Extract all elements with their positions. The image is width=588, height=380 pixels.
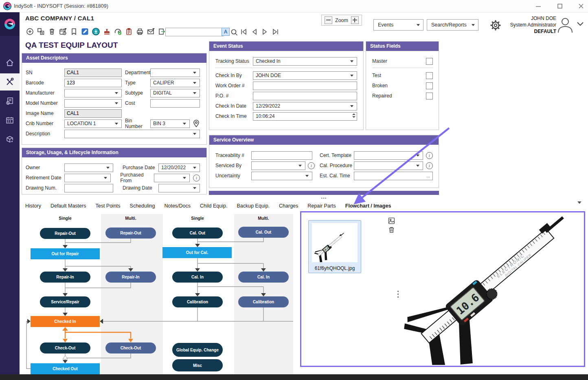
info-icon[interactable]: [193, 175, 200, 181]
tab-notes-docs[interactable]: Notes/Docs: [164, 203, 191, 212]
splitter-handle[interactable]: [397, 291, 399, 298]
event-schedule-icon[interactable]: [59, 28, 67, 35]
duplicate-record-icon[interactable]: [37, 28, 45, 35]
flow-node-cal-out-multi[interactable]: Cal. Out: [238, 227, 289, 238]
delete-record-icon[interactable]: [48, 28, 56, 35]
previous-record-icon[interactable]: [251, 29, 257, 35]
purchased-from-dropdown[interactable]: [154, 174, 190, 182]
flow-node-calibration-single[interactable]: Calibration: [172, 296, 223, 307]
manufacturer-dropdown[interactable]: [64, 89, 122, 97]
close-button[interactable]: [574, 0, 588, 12]
flow-node-check-out-multi[interactable]: Check-Out: [105, 342, 156, 353]
subtype-dropdown[interactable]: DIGITAL: [150, 89, 200, 97]
print-icon[interactable]: [136, 28, 144, 35]
location-pin-icon[interactable]: [193, 119, 200, 128]
broken-checkbox[interactable]: [426, 82, 433, 89]
sidebar-item-billing[interactable]: [0, 93, 20, 109]
tab-charges[interactable]: Charges: [279, 203, 298, 212]
more-sections-indicator[interactable]: ...: [209, 194, 439, 200]
sidebar-item-equipment-tools[interactable]: [0, 73, 20, 91]
flow-node-repair-in-multi[interactable]: Repair-In: [105, 272, 156, 283]
maximize-button[interactable]: [553, 0, 567, 12]
flow-node-out-for-repair[interactable]: Out for Repair: [31, 248, 100, 259]
gauge-status-icon[interactable]: [114, 28, 122, 35]
bin-number-dropdown[interactable]: BIN 3: [150, 119, 190, 128]
barcode-field[interactable]: [64, 79, 122, 87]
email-icon[interactable]: [147, 28, 155, 35]
cost-field[interactable]: [150, 99, 200, 108]
edit-note-icon[interactable]: [81, 28, 89, 35]
search-input[interactable]: [165, 28, 224, 36]
flow-node-out-for-cal[interactable]: Out for Cal.: [162, 247, 232, 258]
flow-node-check-out-single[interactable]: Check-Out: [40, 342, 90, 353]
first-record-icon[interactable]: [240, 29, 247, 35]
tabs-overflow-chevron-icon[interactable]: [577, 201, 581, 204]
model-number-dropdown[interactable]: [64, 99, 122, 108]
uncertainty-dropdown[interactable]: [251, 172, 312, 180]
flow-node-cal-in-single[interactable]: Cal. In: [172, 272, 223, 283]
next-record-icon[interactable]: [262, 29, 268, 35]
type-dropdown[interactable]: CALIPER: [150, 79, 200, 87]
sidebar-item-home[interactable]: [0, 55, 20, 71]
po-number-field[interactable]: [253, 92, 357, 100]
flow-node-calibration-multi[interactable]: Calibration: [238, 296, 289, 307]
last-record-icon[interactable]: [272, 29, 279, 35]
user-menu-chevron-icon[interactable]: [577, 22, 584, 27]
work-order-field[interactable]: [253, 82, 357, 90]
check-in-by-dropdown[interactable]: JOHN DOE: [253, 71, 357, 80]
settings-gear-icon[interactable]: [488, 18, 503, 33]
est-cal-time-field[interactable]: ...: [354, 172, 433, 180]
clipboard-icon[interactable]: [125, 28, 133, 35]
crib-number-dropdown[interactable]: LOCATION 1: [64, 119, 122, 128]
search-reports-dropdown[interactable]: Search/Reports: [427, 19, 478, 31]
search-icon[interactable]: [230, 29, 238, 36]
zoom-out-button[interactable]: [325, 16, 332, 24]
zoom-in-button[interactable]: [351, 16, 359, 24]
cal-procedure-dropdown[interactable]: [354, 161, 423, 170]
department-dropdown[interactable]: [150, 68, 200, 77]
flow-node-checked-out[interactable]: Checked Out: [31, 363, 100, 374]
tracking-status-dropdown[interactable]: Checked In: [253, 57, 357, 66]
check-in-icon[interactable]: [92, 28, 100, 35]
flow-node-repair-out-multi[interactable]: Repair-Out: [105, 228, 156, 239]
traceability-field[interactable]: [251, 151, 312, 160]
tab-backup-equip[interactable]: Backup Equip.: [237, 203, 270, 212]
export-record-icon[interactable]: [158, 28, 166, 35]
sidebar-item-inventory[interactable]: [0, 131, 20, 148]
flow-node-cal-in-multi[interactable]: Cal. In: [238, 272, 289, 283]
tab-test-points[interactable]: Test Points: [95, 203, 120, 212]
flow-node-misc[interactable]: Misc: [172, 359, 223, 371]
test-checkbox[interactable]: [426, 72, 433, 79]
check-in-date-dropdown[interactable]: 12/29/2022: [253, 102, 357, 110]
retirement-date-dropdown[interactable]: [64, 174, 111, 182]
description-dropdown[interactable]: [64, 130, 200, 138]
bookmark-icon[interactable]: [70, 28, 78, 35]
events-dropdown[interactable]: Events: [373, 19, 423, 31]
image-thumbnail-card[interactable]: 61f6yhQHOQL.jpg: [308, 220, 361, 273]
image-thumbnail[interactable]: [312, 223, 358, 262]
add-record-icon[interactable]: [26, 28, 34, 35]
drawing-date-dropdown[interactable]: [158, 184, 200, 192]
tab-child-equip[interactable]: Child Equip.: [200, 203, 227, 212]
match-case-button[interactable]: A: [222, 28, 230, 36]
repaired-checkbox[interactable]: [426, 93, 433, 99]
time-spinner[interactable]: [352, 113, 355, 118]
flow-node-repair-out-single[interactable]: Repair-Out: [40, 228, 90, 239]
avatar[interactable]: [556, 16, 574, 33]
info-icon[interactable]: [308, 162, 315, 169]
drawing-num-field[interactable]: [64, 184, 113, 192]
sidebar-item-calendar[interactable]: [0, 112, 20, 128]
cert-template-dropdown[interactable]: [354, 151, 423, 160]
purchase-date-dropdown[interactable]: 12/20/2022: [158, 163, 200, 172]
flow-node-repair-in-single[interactable]: Repair-In: [40, 272, 90, 283]
stamp-icon[interactable]: [103, 28, 111, 35]
flow-node-checked-in[interactable]: Checked In: [31, 316, 100, 327]
tab-history[interactable]: History: [25, 203, 41, 212]
flow-node-cal-out-single[interactable]: Cal. Out: [172, 228, 223, 239]
flow-node-global-equip-change[interactable]: Global Equip. Change: [172, 343, 223, 357]
check-in-time-field[interactable]: 10:06:24: [253, 112, 357, 121]
owner-dropdown[interactable]: [64, 163, 113, 172]
master-checkbox[interactable]: [426, 58, 433, 65]
more-button[interactable]: ...: [426, 173, 430, 178]
tab-scheduling[interactable]: Scheduling: [130, 203, 155, 212]
